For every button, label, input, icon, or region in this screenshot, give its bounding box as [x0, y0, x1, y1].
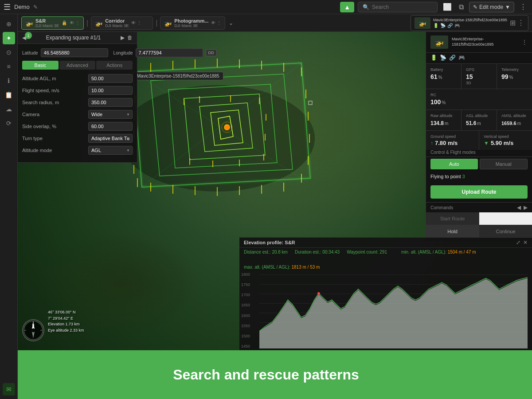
gps-stat: GPS 15 3D: [462, 64, 497, 89]
placeholder-action: [479, 212, 532, 225]
drone-quick-status[interactable]: 🚁 Mavic3Enterprise-1581f5fhd23ce00e1895 …: [411, 15, 528, 31]
chart-y-labels: 1800 1750 1700 1650 1600 1550 1500 1450: [239, 270, 252, 350]
edit-mode-button[interactable]: ✎ Edit mode ▼: [469, 2, 514, 12]
route-next-button[interactable]: ▶: [121, 35, 125, 41]
altitude-agl-input[interactable]: [88, 74, 133, 83]
tab-photogramm[interactable]: 🚁 Photogramm... DJI Mavic 3E 👁 ⋮: [160, 16, 225, 30]
svg-point-40: [224, 125, 230, 130]
tab-advanced[interactable]: Advanced: [59, 61, 96, 70]
action-buttons: Start Route Hold Continue: [426, 212, 532, 238]
sidebar-active-tool[interactable]: ✦: [3, 32, 15, 44]
sidebar-layers[interactable]: ⊙: [3, 46, 15, 59]
agl-alt-label: AGL altitude: [466, 113, 492, 118]
tab-photogramm-label: Photogramm...: [174, 18, 208, 23]
telemetry-label: Telemetry: [501, 67, 528, 72]
expand-drone-icon[interactable]: ⊞: [510, 19, 516, 27]
more-icon-corridor[interactable]: ⋮: [137, 20, 141, 25]
amsl-alt-unit: m: [517, 121, 521, 126]
flight-speed-input[interactable]: [88, 86, 133, 95]
longitude-input[interactable]: [136, 48, 203, 57]
menu-icon[interactable]: ☰: [4, 2, 11, 12]
more-icon-photogramm[interactable]: ⋮: [217, 20, 221, 25]
elevation-actions: ⤢ ✕: [516, 239, 528, 246]
edit-title-icon[interactable]: ✎: [33, 4, 38, 10]
bottom-title: Search and rescue patterns: [173, 367, 359, 383]
compass: N: [22, 319, 44, 341]
param-tabs: Basic Advanced Actions: [22, 61, 133, 70]
altitude-stats: Raw altitude 134.8m AGL altitude 51.6m A…: [426, 110, 532, 130]
elevation-close-icon[interactable]: ✕: [523, 239, 528, 246]
sidebar-notes[interactable]: 📋: [3, 89, 15, 101]
battery-status-icon: 🔋: [430, 55, 437, 61]
continue-button[interactable]: Continue: [479, 225, 532, 238]
telemetry-unit: %: [509, 75, 513, 80]
start-route-button[interactable]: Start Route: [426, 212, 479, 225]
turn-type-select-wrap: Adaptive Bank Turn: [88, 134, 133, 143]
link-icon-tab: 🔗: [447, 23, 453, 28]
sidebar-list[interactable]: ≡: [3, 60, 15, 73]
tab-photogramm-icons: 👁 ⋮: [211, 20, 221, 25]
tab-corridor[interactable]: 🚁 Corridor DJI Mavic 3E 👁 ⋮: [91, 16, 153, 30]
amsl-alt-stat: AMSL altitude 1659.6m: [497, 110, 532, 130]
tab-actions[interactable]: Actions: [96, 61, 133, 70]
drone-more-icon[interactable]: ⋮: [521, 39, 528, 46]
rc-unit: %: [442, 100, 446, 105]
latitude-input[interactable]: [41, 48, 108, 57]
telemetry-value: 99: [501, 73, 509, 80]
coord-format-button[interactable]: DD: [206, 49, 217, 56]
tablet-icon[interactable]: ⬜: [441, 3, 454, 11]
search-radius-input[interactable]: [88, 98, 133, 107]
link-status-icon: 🔗: [449, 55, 456, 61]
side-overlap-input[interactable]: [88, 122, 133, 131]
tab-sar[interactable]: 🚁 S&R DJI Mavic 3E 🔒 👁 ⋮: [21, 16, 84, 30]
route-panel-body: Latitude Longitude DD Basic Advanced Act…: [18, 44, 137, 162]
search-bar[interactable]: 🔍: [358, 2, 438, 12]
min-alt-stat: min. alt. (AMSL / AGL): 1504 m / 47 m: [401, 250, 476, 258]
search-input[interactable]: [372, 4, 433, 10]
coords-eye-altitude: Eye altitude 2.33 km: [48, 328, 84, 334]
coords-elevation: Elevation 1.73 km: [48, 321, 84, 328]
eye-icon-photogramm[interactable]: 👁: [211, 20, 215, 25]
search-radius-label: Search radius, m: [22, 100, 88, 105]
sidebar-cloud[interactable]: ☁: [3, 103, 15, 115]
max-alt-stat: max. alt. (AMSL / AGL): 1813 m / 53 m: [244, 265, 320, 270]
ground-speed-label: Ground speed: [430, 134, 474, 139]
rc-stat: RC 100%: [426, 89, 532, 110]
sidebar-add-route[interactable]: ⊕: [3, 18, 15, 30]
commands-next-icon[interactable]: ▶: [524, 204, 528, 211]
camera-row: Camera WideZoomThermal: [22, 110, 133, 119]
tab-corridor-label: Corridor: [105, 18, 129, 23]
eye-icon-sar[interactable]: 👁: [70, 20, 74, 25]
layers-icon[interactable]: ⧉: [457, 3, 466, 11]
camera-select[interactable]: WideZoomThermal: [88, 110, 133, 119]
search-radius-row: Search radius, m: [22, 98, 133, 107]
route-panel: ◀ Expanding square #1/1 ▶ 🗑 Latitude Lon…: [18, 32, 137, 163]
altitude-mode-select[interactable]: AGLAMSL: [88, 146, 133, 155]
drone-thumbnail: 🚁: [430, 35, 448, 49]
more-options-icon[interactable]: ⋮: [518, 3, 528, 11]
more-drone-icon[interactable]: ⋮: [517, 19, 524, 27]
agl-alt-value: 51.6: [466, 120, 476, 126]
more-icon-sar[interactable]: ⋮: [75, 20, 80, 25]
manual-mode-button[interactable]: Manual: [480, 159, 528, 169]
chevron-down-icon: ▼: [505, 4, 510, 10]
svg-point-0: [120, 85, 315, 192]
route-delete-button[interactable]: 🗑: [127, 35, 133, 41]
mission-tabs-bar: 🚁 S&R DJI Mavic 3E 🔒 👁 ⋮ | 🚁 Corridor DJ…: [18, 14, 532, 32]
sidebar-sync[interactable]: ⟳: [3, 117, 15, 129]
auto-mode-button[interactable]: Auto: [430, 159, 478, 169]
tab-sar-icons: 👁 ⋮: [70, 20, 80, 25]
tab-basic[interactable]: Basic: [22, 61, 59, 70]
tab-sar-label: S&R: [35, 18, 59, 23]
expand-tabs-icon[interactable]: ⌄: [229, 20, 233, 26]
sidebar-message[interactable]: ✉: [3, 383, 15, 395]
sidebar-info[interactable]: ℹ: [3, 74, 15, 87]
eye-icon-corridor[interactable]: 👁: [131, 20, 136, 25]
turn-type-select[interactable]: Adaptive Bank Turn: [88, 134, 133, 143]
gps-label: GPS: [466, 67, 492, 72]
tab-separator-1: |: [86, 19, 88, 27]
hold-button[interactable]: Hold: [426, 225, 479, 238]
elevation-expand-icon[interactable]: ⤢: [516, 239, 520, 246]
upload-route-button[interactable]: Upload Route: [430, 185, 528, 199]
commands-prev-icon[interactable]: ◀: [517, 204, 521, 211]
